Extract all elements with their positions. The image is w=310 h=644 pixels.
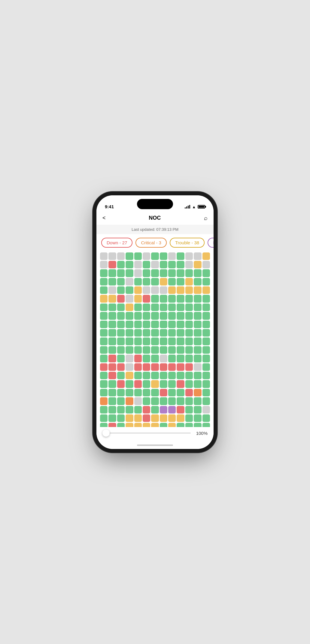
node-cell[interactable] bbox=[160, 372, 167, 379]
node-cell[interactable] bbox=[117, 406, 125, 414]
node-cell[interactable] bbox=[126, 321, 133, 328]
node-cell[interactable] bbox=[194, 329, 201, 337]
node-cell[interactable] bbox=[168, 397, 176, 405]
node-cell[interactable] bbox=[168, 261, 176, 268]
node-cell[interactable] bbox=[134, 269, 142, 277]
node-cell[interactable] bbox=[143, 252, 150, 260]
node-cell[interactable] bbox=[160, 346, 167, 354]
node-cell[interactable] bbox=[168, 372, 176, 379]
node-cell[interactable] bbox=[143, 286, 150, 294]
node-cell[interactable] bbox=[168, 414, 176, 422]
node-cell[interactable] bbox=[202, 397, 210, 405]
node-cell[interactable] bbox=[151, 295, 159, 302]
node-cell[interactable] bbox=[126, 406, 133, 414]
node-cell[interactable] bbox=[202, 423, 210, 427]
node-cell[interactable] bbox=[202, 389, 210, 396]
node-cell[interactable] bbox=[202, 252, 210, 260]
back-button[interactable]: < bbox=[102, 215, 106, 221]
node-cell[interactable] bbox=[194, 286, 201, 294]
node-cell[interactable] bbox=[185, 286, 193, 294]
node-cell[interactable] bbox=[134, 304, 142, 311]
node-cell[interactable] bbox=[108, 414, 116, 422]
node-cell[interactable] bbox=[108, 397, 116, 405]
node-cell[interactable] bbox=[126, 252, 133, 260]
node-cell[interactable] bbox=[134, 423, 142, 427]
node-cell[interactable] bbox=[143, 363, 150, 371]
node-cell[interactable] bbox=[202, 269, 210, 277]
node-cell[interactable] bbox=[108, 261, 116, 268]
node-cell[interactable] bbox=[117, 304, 125, 311]
node-cell[interactable] bbox=[177, 269, 184, 277]
node-cell[interactable] bbox=[134, 321, 142, 328]
node-cell[interactable] bbox=[185, 355, 193, 362]
node-cell[interactable] bbox=[194, 355, 201, 362]
node-cell[interactable] bbox=[185, 261, 193, 268]
chip-main[interactable]: Main bbox=[208, 238, 214, 248]
node-cell[interactable] bbox=[177, 346, 184, 354]
node-cell[interactable] bbox=[185, 312, 193, 319]
node-cell[interactable] bbox=[126, 278, 133, 285]
node-cell[interactable] bbox=[151, 252, 159, 260]
node-cell[interactable] bbox=[194, 346, 201, 354]
node-cell[interactable] bbox=[177, 312, 184, 319]
node-cell[interactable] bbox=[194, 269, 201, 277]
node-cell[interactable] bbox=[117, 372, 125, 379]
node-cell[interactable] bbox=[168, 363, 176, 371]
node-cell[interactable] bbox=[143, 397, 150, 405]
node-cell[interactable] bbox=[185, 337, 193, 345]
node-cell[interactable] bbox=[143, 406, 150, 414]
node-cell[interactable] bbox=[177, 337, 184, 345]
node-cell[interactable] bbox=[202, 312, 210, 319]
node-cell[interactable] bbox=[134, 252, 142, 260]
node-cell[interactable] bbox=[134, 346, 142, 354]
node-cell[interactable] bbox=[100, 295, 108, 302]
node-cell[interactable] bbox=[160, 321, 167, 328]
node-cell[interactable] bbox=[108, 380, 116, 388]
node-cell[interactable] bbox=[185, 329, 193, 337]
node-cell[interactable] bbox=[168, 321, 176, 328]
node-cell[interactable] bbox=[185, 321, 193, 328]
node-cell[interactable] bbox=[151, 329, 159, 337]
node-cell[interactable] bbox=[117, 278, 125, 285]
node-cell[interactable] bbox=[160, 312, 167, 319]
node-cell[interactable] bbox=[100, 321, 108, 328]
node-cell[interactable] bbox=[194, 389, 201, 396]
node-cell[interactable] bbox=[168, 380, 176, 388]
node-cell[interactable] bbox=[160, 355, 167, 362]
node-cell[interactable] bbox=[100, 406, 108, 414]
node-cell[interactable] bbox=[126, 423, 133, 427]
node-cell[interactable] bbox=[134, 329, 142, 337]
node-cell[interactable] bbox=[108, 295, 116, 302]
node-cell[interactable] bbox=[151, 337, 159, 345]
node-cell[interactable] bbox=[160, 261, 167, 268]
node-cell[interactable] bbox=[185, 278, 193, 285]
node-cell[interactable] bbox=[108, 355, 116, 362]
node-cell[interactable] bbox=[168, 337, 176, 345]
node-cell[interactable] bbox=[194, 423, 201, 427]
node-cell[interactable] bbox=[202, 355, 210, 362]
node-cell[interactable] bbox=[168, 286, 176, 294]
node-cell[interactable] bbox=[134, 363, 142, 371]
node-cell[interactable] bbox=[134, 278, 142, 285]
node-cell[interactable] bbox=[151, 363, 159, 371]
node-cell[interactable] bbox=[194, 312, 201, 319]
node-cell[interactable] bbox=[126, 329, 133, 337]
node-cell[interactable] bbox=[185, 380, 193, 388]
node-cell[interactable] bbox=[202, 278, 210, 285]
node-cell[interactable] bbox=[202, 363, 210, 371]
node-cell[interactable] bbox=[126, 380, 133, 388]
node-cell[interactable] bbox=[100, 252, 108, 260]
node-cell[interactable] bbox=[202, 295, 210, 302]
node-cell[interactable] bbox=[168, 278, 176, 285]
node-cell[interactable] bbox=[202, 346, 210, 354]
node-cell[interactable] bbox=[151, 286, 159, 294]
node-cell[interactable] bbox=[168, 389, 176, 396]
node-cell[interactable] bbox=[100, 261, 108, 268]
node-cell[interactable] bbox=[100, 304, 108, 311]
node-cell[interactable] bbox=[202, 372, 210, 379]
chip-critical[interactable]: Critical - 3 bbox=[135, 238, 167, 248]
node-cell[interactable] bbox=[202, 380, 210, 388]
node-cell[interactable] bbox=[100, 286, 108, 294]
node-cell[interactable] bbox=[168, 295, 176, 302]
node-cell[interactable] bbox=[126, 304, 133, 311]
